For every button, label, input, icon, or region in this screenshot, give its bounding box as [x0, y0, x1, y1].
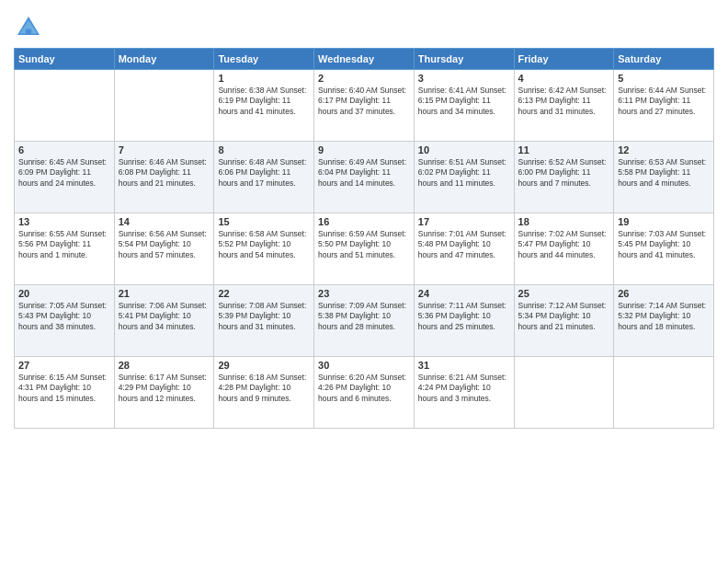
day-info: Sunrise: 6:55 AM Sunset: 5:56 PM Dayligh…	[18, 229, 110, 260]
day-number: 1	[218, 73, 310, 84]
day-number: 8	[218, 144, 310, 155]
day-info: Sunrise: 7:06 AM Sunset: 5:41 PM Dayligh…	[119, 301, 210, 332]
day-info: Sunrise: 6:15 AM Sunset: 4:31 PM Dayligh…	[18, 373, 110, 404]
day-cell: 19Sunrise: 7:03 AM Sunset: 5:45 PM Dayli…	[614, 213, 714, 285]
day-cell: 25Sunrise: 7:12 AM Sunset: 5:34 PM Dayli…	[514, 285, 614, 357]
day-info: Sunrise: 6:41 AM Sunset: 6:15 PM Dayligh…	[418, 86, 510, 117]
weekday-thursday: Thursday	[414, 49, 514, 70]
day-number: 25	[518, 288, 610, 299]
day-info: Sunrise: 6:52 AM Sunset: 6:00 PM Dayligh…	[518, 157, 610, 189]
day-info: Sunrise: 6:40 AM Sunset: 6:17 PM Dayligh…	[318, 86, 410, 117]
day-cell: 18Sunrise: 7:02 AM Sunset: 5:47 PM Dayli…	[514, 213, 614, 285]
day-info: Sunrise: 6:45 AM Sunset: 6:09 PM Dayligh…	[18, 157, 110, 189]
logo-icon	[14, 13, 43, 42]
day-number: 18	[518, 216, 610, 227]
day-info: Sunrise: 7:11 AM Sunset: 5:36 PM Dayligh…	[418, 301, 510, 332]
day-number: 17	[418, 216, 510, 227]
day-number: 29	[218, 360, 310, 371]
day-info: Sunrise: 6:59 AM Sunset: 5:50 PM Dayligh…	[318, 229, 410, 260]
day-info: Sunrise: 7:08 AM Sunset: 5:39 PM Dayligh…	[218, 301, 310, 332]
day-cell: 15Sunrise: 6:58 AM Sunset: 5:52 PM Dayli…	[214, 213, 314, 285]
weekday-header-row: SundayMondayTuesdayWednesdayThursdayFrid…	[15, 49, 714, 70]
day-cell: 8Sunrise: 6:48 AM Sunset: 6:06 PM Daylig…	[214, 142, 314, 213]
day-cell: 28Sunrise: 6:17 AM Sunset: 4:29 PM Dayli…	[114, 357, 214, 429]
day-cell: 1Sunrise: 6:38 AM Sunset: 6:19 PM Daylig…	[214, 70, 314, 142]
day-cell: 14Sunrise: 6:56 AM Sunset: 5:54 PM Dayli…	[114, 213, 214, 285]
day-number: 23	[318, 288, 410, 299]
day-info: Sunrise: 6:53 AM Sunset: 5:58 PM Dayligh…	[618, 157, 710, 189]
day-cell: 21Sunrise: 7:06 AM Sunset: 5:41 PM Dayli…	[114, 285, 214, 357]
day-number: 21	[119, 288, 210, 299]
day-info: Sunrise: 6:51 AM Sunset: 6:02 PM Dayligh…	[418, 157, 510, 189]
logo	[14, 13, 47, 42]
day-number: 14	[119, 216, 210, 227]
weekday-saturday: Saturday	[614, 49, 714, 70]
day-number: 6	[18, 144, 110, 155]
weekday-tuesday: Tuesday	[214, 49, 314, 70]
day-info: Sunrise: 6:17 AM Sunset: 4:29 PM Dayligh…	[119, 373, 210, 404]
day-number: 11	[518, 144, 610, 155]
day-info: Sunrise: 6:58 AM Sunset: 5:52 PM Dayligh…	[218, 229, 310, 260]
day-number: 15	[218, 216, 310, 227]
day-number: 10	[418, 144, 510, 155]
day-info: Sunrise: 7:05 AM Sunset: 5:43 PM Dayligh…	[18, 301, 110, 332]
day-info: Sunrise: 6:21 AM Sunset: 4:24 PM Dayligh…	[418, 373, 510, 404]
week-row-3: 13Sunrise: 6:55 AM Sunset: 5:56 PM Dayli…	[15, 213, 714, 285]
day-info: Sunrise: 6:42 AM Sunset: 6:13 PM Dayligh…	[518, 86, 610, 117]
day-info: Sunrise: 6:49 AM Sunset: 6:04 PM Dayligh…	[318, 157, 410, 189]
day-info: Sunrise: 7:01 AM Sunset: 5:48 PM Dayligh…	[418, 229, 510, 260]
day-number: 27	[18, 360, 110, 371]
day-cell: 29Sunrise: 6:18 AM Sunset: 4:28 PM Dayli…	[214, 357, 314, 429]
day-info: Sunrise: 6:56 AM Sunset: 5:54 PM Dayligh…	[119, 229, 210, 260]
calendar-table: SundayMondayTuesdayWednesdayThursdayFrid…	[14, 48, 714, 429]
day-cell: 30Sunrise: 6:20 AM Sunset: 4:26 PM Dayli…	[314, 357, 415, 429]
day-number: 31	[418, 360, 510, 371]
day-number: 3	[418, 73, 510, 84]
day-cell: 16Sunrise: 6:59 AM Sunset: 5:50 PM Dayli…	[314, 213, 415, 285]
week-row-2: 6Sunrise: 6:45 AM Sunset: 6:09 PM Daylig…	[15, 142, 714, 213]
day-info: Sunrise: 6:20 AM Sunset: 4:26 PM Dayligh…	[318, 373, 410, 404]
day-number: 28	[119, 360, 210, 371]
day-info: Sunrise: 7:12 AM Sunset: 5:34 PM Dayligh…	[518, 301, 610, 332]
day-number: 22	[218, 288, 310, 299]
day-info: Sunrise: 7:03 AM Sunset: 5:45 PM Dayligh…	[618, 229, 710, 260]
day-cell: 5Sunrise: 6:44 AM Sunset: 6:11 PM Daylig…	[614, 70, 714, 142]
day-cell: 23Sunrise: 7:09 AM Sunset: 5:38 PM Dayli…	[314, 285, 415, 357]
day-cell: 20Sunrise: 7:05 AM Sunset: 5:43 PM Dayli…	[15, 285, 115, 357]
day-cell	[614, 357, 714, 429]
day-info: Sunrise: 6:48 AM Sunset: 6:06 PM Dayligh…	[218, 157, 310, 189]
day-cell: 9Sunrise: 6:49 AM Sunset: 6:04 PM Daylig…	[314, 142, 415, 213]
day-number: 26	[618, 288, 710, 299]
day-number: 7	[119, 144, 210, 155]
day-number: 4	[518, 73, 610, 84]
day-info: Sunrise: 7:09 AM Sunset: 5:38 PM Dayligh…	[318, 301, 410, 332]
page-container: SundayMondayTuesdayWednesdayThursdayFrid…	[0, 0, 728, 438]
day-number: 16	[318, 216, 410, 227]
day-cell: 3Sunrise: 6:41 AM Sunset: 6:15 PM Daylig…	[414, 70, 514, 142]
day-cell: 7Sunrise: 6:46 AM Sunset: 6:08 PM Daylig…	[114, 142, 214, 213]
day-number: 19	[618, 216, 710, 227]
day-number: 2	[318, 73, 410, 84]
day-cell: 6Sunrise: 6:45 AM Sunset: 6:09 PM Daylig…	[15, 142, 115, 213]
week-row-4: 20Sunrise: 7:05 AM Sunset: 5:43 PM Dayli…	[15, 285, 714, 357]
day-cell: 12Sunrise: 6:53 AM Sunset: 5:58 PM Dayli…	[614, 142, 714, 213]
day-number: 20	[18, 288, 110, 299]
day-number: 30	[318, 360, 410, 371]
day-cell: 26Sunrise: 7:14 AM Sunset: 5:32 PM Dayli…	[614, 285, 714, 357]
day-info: Sunrise: 7:14 AM Sunset: 5:32 PM Dayligh…	[618, 301, 710, 332]
day-cell: 22Sunrise: 7:08 AM Sunset: 5:39 PM Dayli…	[214, 285, 314, 357]
day-number: 5	[618, 73, 710, 84]
weekday-friday: Friday	[514, 49, 614, 70]
day-info: Sunrise: 6:18 AM Sunset: 4:28 PM Dayligh…	[218, 373, 310, 404]
svg-rect-2	[26, 29, 31, 35]
week-row-5: 27Sunrise: 6:15 AM Sunset: 4:31 PM Dayli…	[15, 357, 714, 429]
day-cell: 27Sunrise: 6:15 AM Sunset: 4:31 PM Dayli…	[15, 357, 115, 429]
weekday-sunday: Sunday	[15, 49, 115, 70]
day-cell: 24Sunrise: 7:11 AM Sunset: 5:36 PM Dayli…	[414, 285, 514, 357]
week-row-1: 1Sunrise: 6:38 AM Sunset: 6:19 PM Daylig…	[15, 70, 714, 142]
weekday-wednesday: Wednesday	[314, 49, 415, 70]
day-cell	[514, 357, 614, 429]
day-info: Sunrise: 6:46 AM Sunset: 6:08 PM Dayligh…	[119, 157, 210, 189]
day-number: 9	[318, 144, 410, 155]
day-cell: 11Sunrise: 6:52 AM Sunset: 6:00 PM Dayli…	[514, 142, 614, 213]
